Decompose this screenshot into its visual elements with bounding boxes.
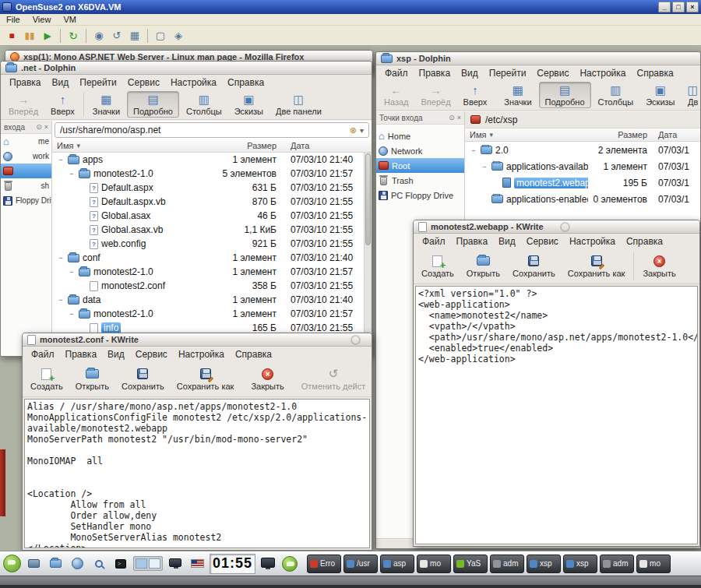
expander-icon[interactable] xyxy=(68,310,76,318)
up-button[interactable]: ↑ Вверх xyxy=(458,82,493,108)
minimize-button[interactable]: _ xyxy=(658,2,671,12)
text-editor[interactable]: Alias / /usr/share/mono/asp.net/apps/mon… xyxy=(24,399,370,548)
save-as-button[interactable]: Сохранить как xyxy=(171,363,240,395)
clear-location-icon[interactable]: ⊗ xyxy=(350,125,357,136)
expander-icon[interactable] xyxy=(57,254,65,262)
keyboard-layout-tray[interactable] xyxy=(188,555,206,573)
desktop-1[interactable] xyxy=(136,558,147,569)
panel-float-icon[interactable]: ⊙ xyxy=(449,114,455,121)
column-name[interactable]: Имя ▾ xyxy=(52,141,213,150)
menu-settings[interactable]: Настройка xyxy=(574,67,631,79)
unity-icon[interactable]: ◈ xyxy=(171,28,186,43)
folder-row[interactable]: applications-enabled 0 элементов 07/03/1 xyxy=(465,191,700,207)
save-button[interactable]: Сохранить xyxy=(116,363,170,395)
menu-tools[interactable]: Сервис xyxy=(521,235,564,248)
terminal-launcher[interactable]: > xyxy=(111,555,130,573)
titlebar[interactable]: .net - Dolphin xyxy=(1,62,372,75)
menu-file[interactable]: File xyxy=(0,15,26,24)
maximize-button[interactable]: □ xyxy=(672,2,685,12)
folder-row[interactable]: conf 1 элемент 07/03/10 21:40 xyxy=(52,251,372,265)
task-admin-2[interactable]: adm xyxy=(600,555,634,573)
reset-icon[interactable]: ↻ xyxy=(65,28,81,43)
task-kwrite-webapp[interactable]: mo xyxy=(636,555,671,573)
file-row[interactable]: monotest2.conf 358 Б 07/03/10 21:55 xyxy=(52,279,372,293)
new-button[interactable]: Создать xyxy=(25,363,69,395)
undo-button[interactable]: Отменить дейст xyxy=(296,363,372,395)
icons-view-button[interactable]: ▦ Значки xyxy=(498,82,537,108)
open-button[interactable]: Открыть xyxy=(70,363,114,395)
vertical-scrollbar[interactable] xyxy=(364,153,372,356)
column-name[interactable]: Имя ▾ xyxy=(465,130,588,139)
column-size[interactable]: Размер xyxy=(213,141,280,150)
menu-tools[interactable]: Сервис xyxy=(130,348,173,361)
task-kwrite-conf[interactable]: mo xyxy=(417,555,451,573)
menu-help[interactable]: Справка xyxy=(632,67,679,79)
expander-icon[interactable] xyxy=(470,146,477,154)
menu-file[interactable]: Файл xyxy=(26,348,60,361)
folder-row[interactable]: 2.0 2 элемента 07/03/1 xyxy=(465,142,700,158)
menu-settings[interactable]: Настройка xyxy=(173,348,230,361)
menu-edit[interactable]: Правка xyxy=(414,67,456,79)
details-view-button[interactable]: ▤ Подробно xyxy=(539,82,591,108)
folder-row[interactable]: data 1 элемент 07/03/10 21:40 xyxy=(52,293,372,307)
menu-view[interactable]: Вид xyxy=(456,67,484,79)
menu-help[interactable]: Справка xyxy=(222,76,269,89)
column-date[interactable]: Дата xyxy=(650,130,700,139)
menu-go[interactable]: Перейти xyxy=(484,67,532,79)
close-button[interactable]: × xyxy=(686,2,699,12)
file-row-selected[interactable]: monotest2.webapp 195 Б 07/03/1 xyxy=(465,174,700,191)
menu-help[interactable]: Справка xyxy=(230,348,277,361)
task-usr-folder[interactable]: /usr xyxy=(343,555,378,573)
titlebar[interactable]: monotest2.webapp - KWrite xyxy=(414,220,699,234)
start-menu-button[interactable] xyxy=(2,555,21,573)
save-as-button[interactable]: Сохранить как xyxy=(562,250,631,282)
place-network[interactable]: Network xyxy=(376,143,464,158)
column-size[interactable]: Размер xyxy=(588,130,650,139)
search-launcher[interactable] xyxy=(90,555,108,573)
task-xsp-manpage[interactable]: xsp xyxy=(563,555,597,573)
place-network[interactable]: work xyxy=(1,149,51,164)
panel-float-icon[interactable]: ⊙ xyxy=(36,123,42,131)
desktop-2[interactable] xyxy=(149,558,160,569)
browser-launcher[interactable] xyxy=(68,555,86,573)
folder-row[interactable]: apps 1 элемент 07/03/10 21:40 xyxy=(52,153,372,167)
forward-button[interactable]: → Вперёд xyxy=(3,91,44,118)
clock[interactable]: 01:55 xyxy=(210,554,255,574)
desktop-pager[interactable] xyxy=(133,556,163,571)
suspend-icon[interactable]: ▮▮ xyxy=(22,28,37,43)
display-tray-icon[interactable] xyxy=(166,555,185,573)
file-row[interactable]: Default.aspx 631 Б 07/03/10 21:55 xyxy=(52,181,372,195)
panel-close-icon[interactable]: × xyxy=(44,123,48,131)
expander-icon[interactable] xyxy=(57,296,65,304)
menu-view[interactable]: View xyxy=(26,15,58,24)
columns-view-button[interactable]: ▥ Столбцы xyxy=(593,82,639,108)
titlebar[interactable]: xsp - Dolphin xyxy=(376,52,700,65)
stop-icon[interactable]: ■ xyxy=(4,28,19,43)
vm-titlebar[interactable]: OpenSuse2 on X6DVA.VM _ □ × xyxy=(0,0,701,14)
place-root[interactable] xyxy=(1,164,51,178)
thumbnails-button[interactable]: ▣ Эскизы xyxy=(229,91,269,118)
menu-view[interactable]: Вид xyxy=(493,235,521,248)
icons-view-button[interactable]: ▦ Значки xyxy=(87,91,125,118)
menu-tools[interactable]: Сервис xyxy=(531,67,574,79)
file-row[interactable]: Global.asax 46 Б 07/03/10 21:55 xyxy=(52,209,372,223)
folder-row[interactable]: applications-available 1 элемент 07/03/1 xyxy=(465,158,700,174)
scrollbar-thumb[interactable] xyxy=(365,153,371,245)
split-view-button[interactable]: ◫ Две панели xyxy=(270,91,327,118)
expander-icon[interactable] xyxy=(481,163,488,171)
menu-vm[interactable]: VM xyxy=(57,15,83,24)
panel-close-icon[interactable]: × xyxy=(457,114,461,121)
open-button[interactable]: Открыть xyxy=(461,250,505,282)
place-floppy[interactable]: PC Floppy Drive xyxy=(376,188,464,202)
snapshot-icon[interactable]: ◉ xyxy=(91,28,107,43)
menu-settings[interactable]: Настройка xyxy=(564,235,621,248)
file-row[interactable]: web.config 921 Б 07/03/10 21:55 xyxy=(52,237,372,251)
file-row[interactable]: Default.aspx.vb 870 Б 07/03/10 21:55 xyxy=(52,195,372,209)
menu-edit[interactable]: Правка xyxy=(60,348,103,361)
expander-icon[interactable] xyxy=(68,170,76,178)
menu-view[interactable]: Вид xyxy=(47,76,75,89)
menu-go[interactable]: Перейти xyxy=(74,76,122,89)
play-icon[interactable]: ▶ xyxy=(40,28,55,43)
location-bar[interactable]: /usr/share/mono/asp.net ⊗ ▾ xyxy=(55,122,369,138)
task-xsp-dolphin[interactable]: xsp xyxy=(527,555,561,573)
